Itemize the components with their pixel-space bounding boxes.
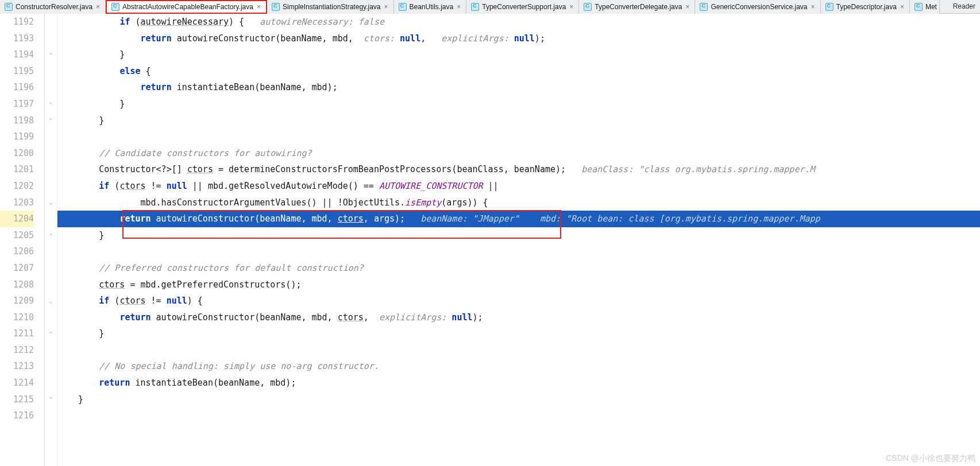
code-line: return instantiateBean(beanName, mbd); [57, 375, 980, 391]
line-number: 1199 [0, 129, 34, 145]
code-line [57, 342, 980, 359]
editor-tabs: ConstructorResolver.java× AbstractAutowi… [0, 0, 980, 14]
code-editor[interactable]: 1192 1193 1194 1195 1196 1197 1198 1199 … [0, 14, 980, 466]
class-icon [5, 3, 13, 11]
watermark: CSDN @小徐也要努力鸭 [886, 453, 975, 464]
code-line: return autowireConstructor(beanName, mbd… [57, 309, 980, 326]
line-number: 1195 [0, 63, 34, 80]
class-icon [825, 3, 834, 11]
tab-type-descriptor[interactable]: TypeDescriptor.java× [821, 0, 910, 14]
fold-icon[interactable]: ⌄ [45, 293, 57, 309]
line-number: 1206 [0, 243, 34, 260]
tab-label: Met [925, 3, 937, 11]
tab-bean-utils[interactable]: BeanUtils.java× [394, 0, 467, 14]
reader-mode-label[interactable]: Reader [948, 0, 980, 13]
fold-icon[interactable]: ⌃ [45, 96, 57, 112]
line-number: 1203 [0, 195, 34, 211]
tab-abstract-autowire[interactable]: AbstractAutowireCapableBeanFactory.java× [106, 0, 267, 14]
tab-generic-conversion[interactable]: GenericConversionService.java× [695, 0, 820, 14]
tab-type-converter-delegate[interactable]: TypeConverterDelegate.java× [579, 0, 695, 14]
tab-label: TypeDescriptor.java [836, 3, 897, 11]
close-icon[interactable]: × [257, 3, 264, 11]
tab-constructor-resolver[interactable]: ConstructorResolver.java× [0, 0, 106, 14]
tab-met[interactable]: Met [910, 0, 940, 14]
code-line: } [57, 46, 980, 63]
line-number: 1193 [0, 30, 34, 47]
close-icon[interactable]: × [811, 3, 818, 11]
code-line: if (ctors != null) { [57, 293, 980, 309]
line-number: 1194 [0, 46, 34, 63]
fold-column: ⌃⌃⌃⌄⌃⌄⌃⌃ [45, 14, 57, 466]
line-number: 1211 [0, 325, 34, 342]
tab-label: GenericConversionService.java [711, 3, 807, 11]
line-number: 1214 [0, 375, 34, 391]
line-number: 1209 [0, 293, 34, 309]
class-icon [915, 3, 923, 11]
code-line: Constructor<?>[] ctors = determineConstr… [57, 161, 980, 178]
tab-label: ConstructorResolver.java [16, 3, 92, 11]
close-icon[interactable]: × [685, 3, 692, 11]
class-icon [111, 3, 119, 11]
fold-icon[interactable]: ⌃ [45, 325, 57, 342]
class-icon [399, 3, 407, 11]
close-icon[interactable]: × [569, 3, 576, 11]
line-number-gutter: 1192 1193 1194 1195 1196 1197 1198 1199 … [0, 14, 45, 466]
line-number: 1212 [0, 342, 34, 359]
tab-label: BeanUtils.java [410, 3, 454, 11]
code-line [57, 243, 980, 260]
code-line-current: return autowireConstructor(beanName, mbd… [57, 211, 980, 227]
close-icon[interactable]: × [96, 3, 103, 11]
code-line: mbd.hasConstructorArgumentValues() || !O… [57, 195, 980, 211]
fold-icon[interactable]: ⌃ [45, 112, 57, 129]
line-number: 1215 [0, 391, 34, 408]
line-number: 1202 [0, 178, 34, 195]
code-line: if (autowireNecessary) { autowireNecessa… [57, 14, 980, 30]
line-number: 1208 [0, 277, 34, 293]
code-line: else { [57, 63, 980, 80]
close-icon[interactable]: × [384, 3, 391, 11]
code-line: } [57, 96, 980, 112]
tab-label: SimpleInstantiationStrategy.java [283, 3, 381, 11]
line-number: 1192 [0, 14, 34, 30]
code-area[interactable]: if (autowireNecessary) { autowireNecessa… [57, 14, 980, 466]
line-number: 1204 [0, 211, 34, 227]
tab-label: AbstractAutowireCapableBeanFactory.java [122, 3, 253, 11]
tab-label: TypeConverterSupport.java [482, 3, 566, 11]
tab-simple-instantiation[interactable]: SimpleInstantiationStrategy.java× [267, 0, 394, 14]
fold-icon[interactable]: ⌃ [45, 227, 57, 244]
class-icon [584, 3, 592, 11]
tab-type-converter-support[interactable]: TypeConverterSupport.java× [466, 0, 579, 14]
fold-icon[interactable]: ⌄ [45, 195, 57, 211]
code-line: return instantiateBean(beanName, mbd); [57, 79, 980, 96]
class-icon [272, 3, 280, 11]
close-icon[interactable]: × [457, 3, 464, 11]
line-number: 1207 [0, 260, 34, 277]
code-line: if (ctors != null || mbd.getResolvedAuto… [57, 178, 980, 195]
code-line: // No special handling: simply use no-ar… [57, 358, 980, 375]
code-line [57, 407, 980, 424]
tab-label: TypeConverterDelegate.java [595, 3, 682, 11]
code-line: } [57, 112, 980, 129]
line-number: 1197 [0, 96, 34, 112]
code-line: } [57, 227, 980, 244]
line-number: 1205 [0, 227, 34, 244]
class-icon [471, 3, 479, 11]
code-line: ctors = mbd.getPreferredConstructors(); [57, 277, 980, 293]
line-number: 1210 [0, 309, 34, 326]
fold-icon[interactable]: ⌃ [45, 391, 57, 408]
fold-icon[interactable]: ⌃ [45, 46, 57, 63]
code-line: } [57, 325, 980, 342]
line-number: 1201 [0, 161, 34, 178]
code-line: return autowireConstructor(beanName, mbd… [57, 30, 980, 47]
code-line: } [57, 391, 980, 408]
line-number: 1216 [0, 407, 34, 424]
code-line [57, 129, 980, 145]
class-icon [700, 3, 708, 11]
line-number: 1213 [0, 358, 34, 375]
line-number: 1198 [0, 112, 34, 129]
close-icon[interactable]: × [900, 3, 907, 11]
code-line: // Preferred constructors for default co… [57, 260, 980, 277]
line-number: 1200 [0, 145, 34, 162]
line-number: 1196 [0, 79, 34, 96]
code-line: // Candidate constructors for autowiring… [57, 145, 980, 162]
